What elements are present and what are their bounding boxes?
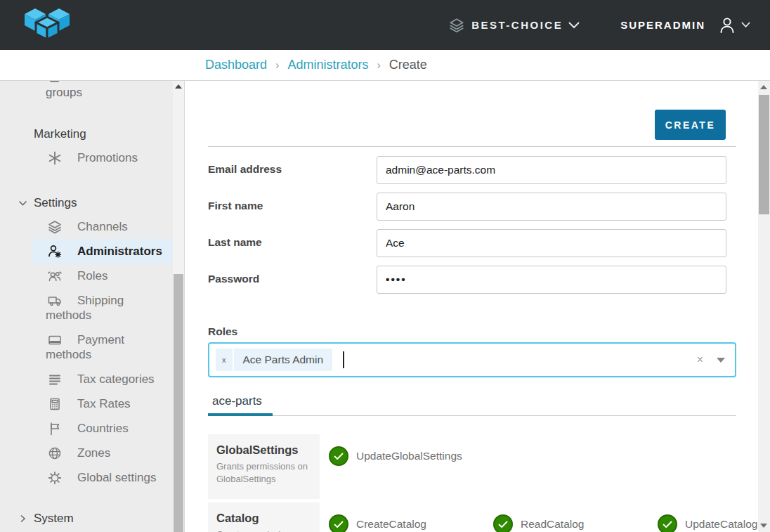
sidebar-item-promotions[interactable]: Promotions: [0, 145, 173, 170]
user-gear-icon: [47, 244, 63, 259]
breadcrumb: Dashboard › Administrators › Create: [0, 50, 770, 81]
password-field[interactable]: [377, 266, 726, 294]
role-chip: x Ace Parts Admin: [216, 349, 332, 371]
sidebar-item-channels[interactable]: Channels: [0, 214, 173, 239]
toggle-readcatalog[interactable]: ReadCatalog: [484, 514, 648, 532]
sidebar-item-administrators[interactable]: Administrators: [32, 239, 173, 264]
sidebar-nav: groups Marketing Promotions Settings Cha…: [0, 81, 173, 532]
header-right: BEST-CHOICE SUPERADMIN: [448, 15, 770, 36]
chevron-down-icon: [18, 199, 27, 207]
scrollbar-thumb[interactable]: [174, 274, 183, 532]
users-icon: [47, 268, 63, 284]
roles-select[interactable]: x Ace Parts Admin ×: [208, 342, 736, 377]
sidebar-item-roles[interactable]: Roles: [0, 264, 173, 288]
permission-group-name: Catalog: [216, 512, 311, 525]
chip-remove-icon[interactable]: x: [216, 349, 234, 371]
checked-toggle-icon: [493, 514, 513, 532]
roles-label: Roles: [208, 325, 736, 338]
permission-group-description: Grants permissions on GlobalSettings: [216, 460, 311, 486]
scroll-down-arrow[interactable]: [760, 524, 767, 528]
channel-switcher[interactable]: BEST-CHOICE: [448, 17, 580, 34]
first-name-field[interactable]: [377, 193, 726, 221]
last-name-field[interactable]: [377, 229, 726, 257]
chevron-right-icon: [18, 514, 27, 523]
tab-ace-parts[interactable]: ace-parts: [208, 394, 266, 415]
checked-toggle-icon: [658, 514, 677, 532]
breadcrumb-separator: ›: [377, 59, 380, 72]
text-cursor: [343, 351, 344, 368]
chevron-down-icon: [568, 22, 580, 29]
breadcrumb-administrators[interactable]: Administrators: [287, 58, 368, 72]
clear-icon[interactable]: ×: [697, 353, 703, 366]
first-name-label: First name: [208, 193, 377, 221]
breadcrumb-dashboard[interactable]: Dashboard: [205, 58, 267, 72]
calculator-icon: [47, 396, 63, 412]
channel-label: BEST-CHOICE: [471, 19, 563, 31]
chip-label: Ace Parts Admin: [234, 349, 333, 371]
dropdown-caret-icon[interactable]: [717, 358, 725, 363]
email-field[interactable]: [377, 156, 726, 184]
layers-icon: [47, 219, 63, 235]
sidebar-item-customer-groups-clipped[interactable]: groups: [0, 81, 173, 100]
permission-row-catalog: Catalog Grants permissions on Products, …: [208, 502, 736, 532]
sidebar-section-marketing[interactable]: Marketing: [0, 126, 173, 141]
user-menu[interactable]: [717, 15, 750, 36]
active-tab-indicator: [208, 413, 273, 416]
permission-row-globalsettings: GlobalSettings Grants permissions on Glo…: [208, 434, 736, 499]
toggle-label: ReadCatalog: [521, 518, 584, 531]
toggle-createcatalog[interactable]: CreateCatalog: [320, 514, 484, 532]
sidebar-item-global-settings[interactable]: Global settings: [0, 465, 173, 490]
sidebar-section-system[interactable]: System: [0, 511, 173, 526]
sidebar-section-settings[interactable]: Settings: [0, 195, 173, 210]
main-scrollbar[interactable]: [758, 81, 770, 532]
clipped-icon: [50, 81, 59, 82]
globe-icon: [47, 446, 63, 461]
permission-group-description: Grants permissions on Products, Facets: [216, 528, 311, 532]
sidebar-scrollbar[interactable]: [173, 81, 185, 532]
credit-card-icon: [47, 332, 63, 348]
vendure-logo-icon[interactable]: [19, 5, 75, 46]
sidebar-item-zones[interactable]: Zones: [0, 441, 173, 465]
toggle-updatecatalog[interactable]: UpdateCatalog: [648, 514, 758, 532]
sidebar-item-tax-rates[interactable]: Tax Rates: [0, 391, 173, 416]
admin-create-page: BEST-CHOICE SUPERADMIN Dashboard › Admin…: [0, 0, 770, 532]
cog-icon: [47, 470, 63, 486]
layers-icon: [448, 17, 465, 34]
create-button[interactable]: CREATE: [655, 110, 726, 140]
main-content: CREATE Email address First name Last nam…: [185, 81, 758, 532]
scroll-up-arrow[interactable]: [175, 84, 182, 89]
password-label: Password: [208, 266, 377, 294]
email-label: Email address: [208, 156, 377, 184]
sidebar-item-shipping-methods[interactable]: Shipping methods: [0, 288, 173, 327]
toggle-label: UpdateCatalog: [685, 518, 757, 531]
permissions-grid: GlobalSettings Grants permissions on Glo…: [208, 434, 736, 532]
chevron-down-icon: [741, 22, 750, 28]
permission-group-header: GlobalSettings Grants permissions on Glo…: [208, 434, 320, 499]
channel-tabs: ace-parts: [208, 394, 736, 416]
truck-icon: [47, 293, 63, 309]
username-label: SUPERADMIN: [620, 19, 705, 31]
user-icon: [717, 15, 738, 36]
permission-group-name: GlobalSettings: [216, 443, 311, 457]
tab-baseline: [208, 415, 736, 416]
asterisk-icon: [47, 150, 63, 166]
last-name-label: Last name: [208, 229, 377, 257]
breadcrumb-separator: ›: [275, 59, 279, 72]
checked-toggle-icon: [329, 514, 348, 532]
breadcrumb-create: Create: [389, 58, 427, 72]
permission-group-header: Catalog Grants permissions on Products, …: [208, 502, 320, 532]
toggle-label: UpdateGlobalSettings: [356, 450, 462, 462]
checked-toggle-icon: [329, 446, 348, 466]
list-icon: [47, 372, 63, 387]
toggle-updateglobalsettings[interactable]: UpdateGlobalSettings: [320, 446, 484, 466]
scrollbar-thumb[interactable]: [759, 95, 769, 214]
toggle-label: CreateCatalog: [356, 518, 426, 531]
top-bar: BEST-CHOICE SUPERADMIN: [0, 0, 770, 50]
divider: [208, 146, 736, 147]
scroll-up-arrow[interactable]: [760, 85, 767, 89]
sidebar-item-countries[interactable]: Countries: [0, 416, 173, 441]
flag-icon: [47, 421, 63, 436]
sidebar-item-payment-methods[interactable]: Payment methods: [0, 327, 173, 367]
sidebar-item-tax-categories[interactable]: Tax categories: [0, 367, 173, 391]
